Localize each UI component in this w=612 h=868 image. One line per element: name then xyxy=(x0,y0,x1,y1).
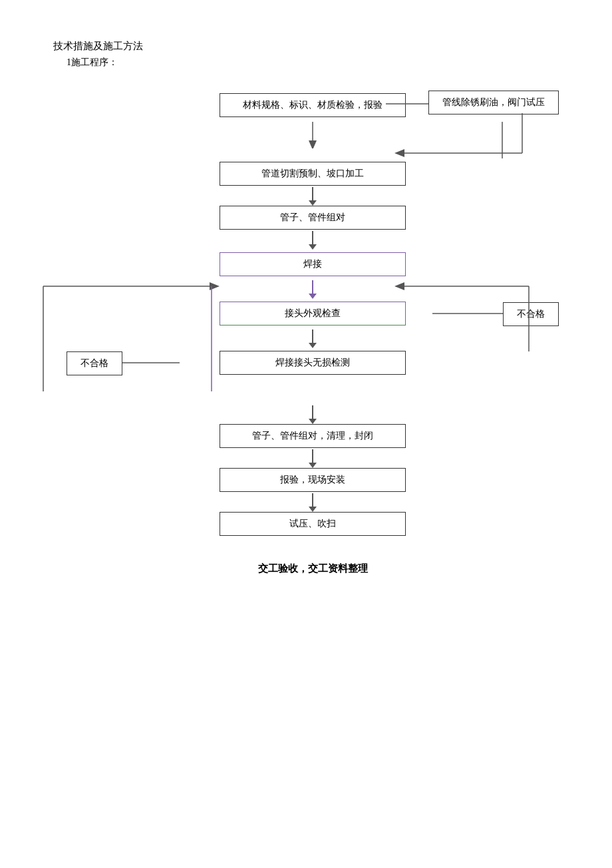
weld-section: 焊接 接头外观检查 不合格 焊接接头无损检测 不合格 xyxy=(53,250,572,377)
arrow-down-4 xyxy=(309,279,317,299)
box-reject1: 不合格 xyxy=(503,302,559,326)
box-reject2: 不合格 xyxy=(67,351,122,375)
page-subtitle: 1施工程序： xyxy=(53,57,572,69)
pipeline-to-cutting-connector xyxy=(446,122,559,162)
right-to-cutting xyxy=(392,168,559,182)
box-inspection: 接头外观检查 xyxy=(220,302,406,326)
box-pipeline: 管线除锈刷油，阀门试压 xyxy=(428,91,559,114)
box-assembly1: 管子、管件组对 xyxy=(220,206,406,230)
arrow-down-7 xyxy=(309,448,317,468)
arrow-down-1 xyxy=(306,122,319,148)
arrow-down-5 xyxy=(309,328,317,348)
box-site-install: 报验，现场安装 xyxy=(220,468,406,492)
box-pressure: 试压、吹扫 xyxy=(220,512,406,536)
box-assembly2: 管子、管件组对，清理，封闭 xyxy=(220,424,406,448)
arrow-down-2 xyxy=(309,186,317,206)
box-welding: 焊接 xyxy=(220,252,406,276)
footer-text: 交工验收，交工资料整理 xyxy=(258,562,368,575)
box-cutting: 管道切割预制、坡口加工 xyxy=(220,162,406,186)
page-title: 技术措施及施工方法 xyxy=(53,40,572,53)
arrow-down-6 xyxy=(309,404,317,424)
svg-marker-3 xyxy=(309,140,317,148)
flowchart: 材料规格、标识、材质检验，报验 管线除锈刷油，阀门试压 管道切割预制、坡口加工 xyxy=(53,89,572,575)
arrow-down-3 xyxy=(309,230,317,250)
box-ndt: 焊接接头无损检测 xyxy=(220,351,406,375)
box-materials: 材料规格、标识、材质检验，报验 xyxy=(220,93,406,117)
arrow-down-8 xyxy=(309,492,317,512)
